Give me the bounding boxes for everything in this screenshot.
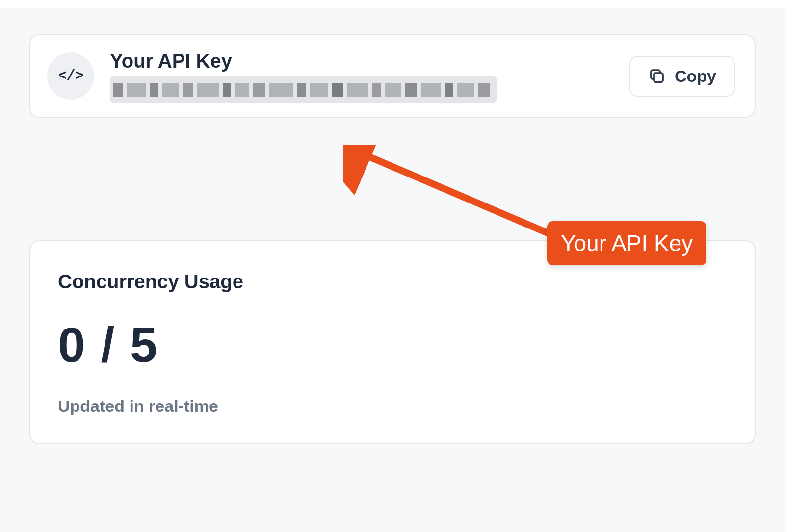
blur-overlay <box>110 76 497 103</box>
concurrency-card: Concurrency Usage 0 / 5 Updated in real-… <box>29 240 756 444</box>
code-icon: </> <box>58 68 83 84</box>
code-icon-circle: </> <box>47 52 94 100</box>
api-key-content: Your API Key <box>110 49 614 103</box>
api-key-value-blurred[interactable] <box>110 76 497 103</box>
svg-rect-0 <box>654 73 663 82</box>
concurrency-note: Updated in real-time <box>58 397 727 416</box>
copy-button-label: Copy <box>675 67 716 86</box>
api-key-label: Your API Key <box>110 49 614 73</box>
concurrency-value: 0 / 5 <box>58 320 727 369</box>
copy-icon <box>648 67 666 85</box>
copy-button[interactable]: Copy <box>629 56 735 97</box>
concurrency-title: Concurrency Usage <box>58 271 727 293</box>
annotation-label: Your API Key <box>547 221 706 265</box>
page-container: </> Your API Key <box>0 0 785 532</box>
api-key-card: </> Your API Key <box>29 34 756 118</box>
svg-line-2 <box>358 152 554 236</box>
page-background: </> Your API Key <box>0 8 785 532</box>
